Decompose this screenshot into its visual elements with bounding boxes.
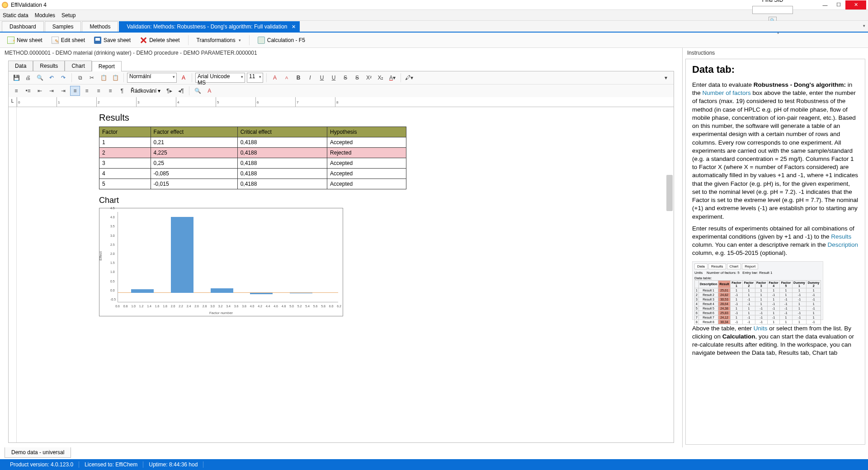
chart-xtick: 1.0 [131, 305, 136, 308]
table-cell: Accepted [327, 158, 406, 169]
status-licensed: Licensed to: EffiChem [79, 461, 143, 468]
chart-xtick: 5.8 [321, 305, 326, 308]
tab-validation-active[interactable]: Validation: Methods: Robustness - Dong's… [119, 21, 300, 32]
align-justify-icon[interactable]: ≡ [105, 86, 115, 96]
ltr-icon[interactable]: ¶▸ [164, 86, 174, 96]
chart-xtick: 5.0 [289, 305, 294, 308]
tab-samples[interactable]: Samples [45, 21, 81, 32]
menu-static-data[interactable]: Static data [3, 12, 28, 19]
undo-icon[interactable]: ↶ [47, 73, 57, 83]
size-combo[interactable]: 11 [247, 73, 263, 83]
chart-ytick: 0.0 [110, 288, 115, 291]
toolbar-overflow-icon[interactable]: ▾ [661, 73, 671, 83]
chart-xtick: 1.4 [147, 305, 151, 308]
results-table: Factor Factor effect Critical effect Hyp… [99, 127, 406, 189]
save-icon[interactable]: 💾 [11, 73, 21, 83]
style-combo[interactable]: Normální [127, 73, 177, 83]
paste-icon[interactable]: 📋 [99, 73, 108, 83]
text-color-icon[interactable]: A▾ [387, 73, 397, 83]
font-color-icon[interactable]: A [179, 73, 189, 83]
subtab-results[interactable]: Results [33, 61, 65, 71]
chart-xtick: 3.0 [210, 305, 215, 308]
paste-special-icon[interactable]: 📋 [110, 73, 120, 83]
print-icon[interactable]: 🖨 [23, 73, 33, 83]
shrink-font-icon[interactable]: A [282, 73, 292, 83]
chart-xtick: 5.6 [313, 305, 318, 308]
calculator-icon [258, 37, 265, 44]
delete-sheet-button[interactable]: Delete sheet [137, 36, 182, 45]
breadcrumb: METHOD.0000001 - DEMO material (drinking… [0, 48, 682, 58]
menu-setup[interactable]: Setup [61, 12, 75, 19]
tab-methods[interactable]: Methods [82, 21, 118, 32]
numbered-list-icon[interactable]: ≡ [11, 86, 21, 96]
tab-dashboard[interactable]: Dashboard [2, 21, 44, 32]
subscript-icon[interactable]: X₂ [376, 73, 386, 83]
bold-icon[interactable]: B [293, 73, 303, 83]
subtab-report[interactable]: Report [92, 61, 122, 71]
status-version: Product version: 4.0.123.0 [5, 461, 79, 468]
menu-modules[interactable]: Modules [35, 12, 55, 19]
chart-heading: Chart [99, 196, 415, 205]
italic-icon[interactable]: I [305, 73, 315, 83]
chart-xtick: 4.6 [274, 305, 278, 308]
editor-toolbar: 💾 🖨 🔍 ↶ ↷ ⧉ ✂ 📋 📋 Normální A Arial Unico… [8, 71, 674, 97]
edit-sheet-icon [52, 37, 59, 44]
redo-icon[interactable]: ↷ [58, 73, 68, 83]
outdent-icon[interactable]: ⇤ [35, 86, 45, 96]
underline-icon[interactable]: U [317, 73, 327, 83]
chart-ytick: 1.0 [110, 270, 115, 273]
replace-icon[interactable]: A [204, 86, 214, 96]
tab-close-icon[interactable]: ✕ [292, 24, 296, 30]
find-icon[interactable]: 🔍 [193, 86, 203, 96]
col-critical-effect: Critical effect [237, 127, 327, 137]
calculation-button[interactable]: Calculation - F5 [255, 36, 308, 45]
double-strike-icon[interactable]: S [352, 73, 362, 83]
linespacing-button[interactable]: Řádkování▾ [129, 88, 162, 94]
app-title: EffiValidation 4 [11, 2, 47, 8]
superscript-icon[interactable]: X² [364, 73, 374, 83]
strikethrough-icon[interactable]: S [340, 73, 350, 83]
delete-sheet-label: Delete sheet [149, 37, 179, 43]
bullet-list-icon[interactable]: •≡ [23, 86, 33, 96]
find-sid-input[interactable] [752, 6, 793, 14]
document-area[interactable]: Results Factor Factor effect Critical ef… [8, 107, 674, 443]
chart-ytick: 2.0 [110, 252, 115, 255]
indent-icon[interactable]: ⇥ [47, 86, 57, 96]
double-underline-icon[interactable]: U [329, 73, 339, 83]
edit-sheet-label: Edit sheet [61, 37, 85, 43]
chart-xtick: 2.6 [194, 305, 199, 308]
chart-ytick: 3.0 [110, 234, 115, 237]
cut-icon[interactable]: ✂ [87, 73, 97, 83]
col-factor: Factor [99, 127, 151, 137]
paragraph-icon[interactable]: ¶ [117, 86, 127, 96]
subtab-data[interactable]: Data [8, 61, 33, 71]
indent-more-icon[interactable]: ⇥ [58, 86, 68, 96]
bottom-tab-demo[interactable]: Demo data - universal [5, 447, 71, 458]
align-center-icon[interactable]: ≡ [82, 86, 92, 96]
chart-xtick: 3.4 [226, 305, 231, 308]
preview-icon[interactable]: 🔍 [35, 73, 45, 83]
table-row: 4-0,0850,4188Accepted [99, 169, 406, 179]
subtab-chart[interactable]: Chart [65, 61, 91, 71]
table-cell: 0,4188 [237, 179, 327, 189]
scrollbar-thumb[interactable] [666, 175, 673, 211]
menubar: Static data Modules Setup Find SID 🔍 Hel… [0, 10, 868, 21]
highlight-icon[interactable]: 🖍▾ [404, 73, 414, 83]
font-combo[interactable]: Arial Unicode MS [195, 73, 245, 83]
new-sheet-button[interactable]: New sheet [5, 36, 45, 45]
edit-sheet-button[interactable]: Edit sheet [49, 36, 88, 45]
chart-xtick: 1.8 [163, 305, 167, 308]
align-left-icon[interactable]: ≡ [70, 86, 80, 96]
instructions-p1: Enter data to evaluate Robustness - Dong… [692, 81, 859, 221]
align-right-icon[interactable]: ≡ [94, 86, 104, 96]
chart-xtick: 2.0 [171, 305, 175, 308]
transformations-button[interactable]: Transformations ▾ [194, 36, 244, 44]
rtl-icon[interactable]: ◂¶ [176, 86, 186, 96]
chart-ytick: -0.5 [110, 298, 116, 301]
copy-icon[interactable]: ⧉ [75, 73, 85, 83]
save-sheet-button[interactable]: Save sheet [91, 36, 133, 45]
instructions-panel[interactable]: Data tab: Enter data to evaluate Robustn… [685, 59, 865, 445]
grow-font-icon[interactable]: A [270, 73, 280, 83]
table-cell: 3 [99, 158, 151, 169]
tab-overflow-icon[interactable]: ▾ [863, 24, 865, 28]
